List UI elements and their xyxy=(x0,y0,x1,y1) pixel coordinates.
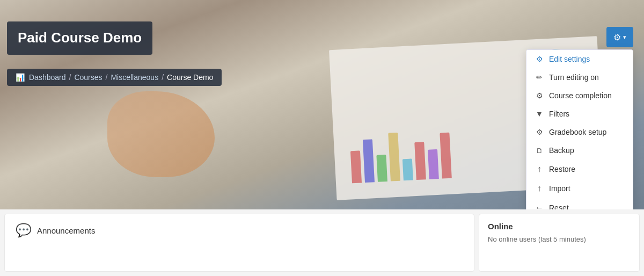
import-icon: ↑ xyxy=(535,184,544,193)
dropdown-label-edit-settings: Edit settings xyxy=(549,55,590,63)
announcements-label[interactable]: Announcements xyxy=(37,226,95,235)
gear-icon: ⚙ xyxy=(535,91,544,100)
gear-button[interactable]: ⚙ ▾ xyxy=(606,27,633,47)
dropdown-label-reset: Reset xyxy=(549,204,569,209)
page-wrapper: Paid Course Demo 📊 Dashboard / Courses /… xyxy=(0,0,644,276)
dropdown-label-restore: Restore xyxy=(549,165,575,173)
course-title: Paid Course Demo xyxy=(18,30,142,46)
online-users-note: No online users (last 5 minutes) xyxy=(488,235,631,243)
pencil-icon: ✏ xyxy=(535,73,544,82)
breadcrumb-courses[interactable]: Courses xyxy=(74,73,102,82)
dropdown-label-import: Import xyxy=(549,184,570,193)
hero-banner: Paid Course Demo 📊 Dashboard / Courses /… xyxy=(0,0,644,209)
breadcrumb-miscellaneous[interactable]: Miscellaneous xyxy=(111,73,158,82)
dropdown-item-edit-settings[interactable]: ⚙ Edit settings xyxy=(526,50,633,68)
dropdown-label-backup: Backup xyxy=(549,146,574,155)
dropdown-menu: ⚙ Edit settings ✏ Turn editing on ⚙ Cour… xyxy=(526,49,633,209)
gear-icon: ⚙ xyxy=(535,128,544,136)
course-title-box: Paid Course Demo xyxy=(7,21,152,55)
breadcrumb: 📊 Dashboard / Courses / Miscellaneous / … xyxy=(7,69,222,86)
bar-chart xyxy=(349,130,451,184)
reset-icon: ← xyxy=(535,203,544,209)
gear-icon: ⚙ xyxy=(535,55,544,63)
dropdown-item-turn-editing-on[interactable]: ✏ Turn editing on xyxy=(526,68,633,86)
online-users-title: Online xyxy=(488,222,631,231)
dropdown-label-turn-editing-on: Turn editing on xyxy=(549,73,599,82)
gear-icon: ⚙ xyxy=(613,32,621,42)
bottom-left-panel: 💬 Announcements xyxy=(4,214,474,272)
announcements-icon: 💬 xyxy=(16,223,32,238)
breadcrumb-current: Course Demo xyxy=(167,73,213,82)
breadcrumb-dashboard[interactable]: Dashboard xyxy=(29,73,66,82)
bottom-section: 💬 Announcements Online No online users (… xyxy=(0,209,644,276)
dropdown-item-gradebook-setup[interactable]: ⚙ Gradebook setup xyxy=(526,123,633,141)
announcements-row: 💬 Announcements xyxy=(16,223,463,238)
dropdown-item-filters[interactable]: ▼ Filters xyxy=(526,105,633,123)
dropdown-label-gradebook-setup: Gradebook setup xyxy=(549,128,606,136)
dropdown-item-restore[interactable]: ↑ Restore xyxy=(526,159,633,179)
document-icon: 🗋 xyxy=(535,147,544,155)
dropdown-item-reset[interactable]: ← Reset xyxy=(526,198,633,209)
online-users-panel: Online No online users (last 5 minutes) xyxy=(479,214,640,272)
chevron-down-icon: ▾ xyxy=(623,34,626,41)
dashboard-icon: 📊 xyxy=(16,73,25,82)
dropdown-item-course-completion[interactable]: ⚙ Course completion xyxy=(526,86,633,105)
filter-icon: ▼ xyxy=(535,110,544,118)
dropdown-item-backup[interactable]: 🗋 Backup xyxy=(526,141,633,159)
dropdown-item-import[interactable]: ↑ Import xyxy=(526,179,633,198)
dropdown-label-filters: Filters xyxy=(549,110,569,118)
restore-icon: ↑ xyxy=(535,164,544,174)
dropdown-label-course-completion: Course completion xyxy=(549,91,612,100)
